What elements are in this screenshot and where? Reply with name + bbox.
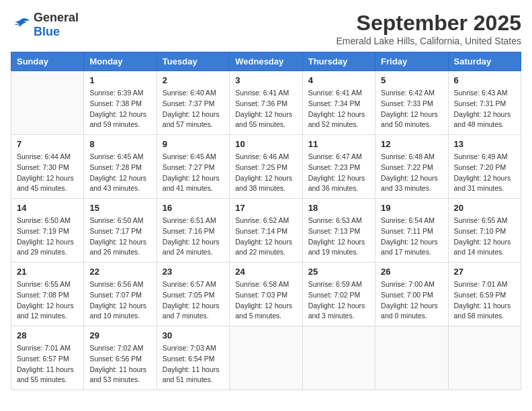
weekday-header-sunday: Sunday xyxy=(11,52,84,71)
logo-icon xyxy=(11,17,31,33)
logo: General Blue xyxy=(11,11,79,39)
calendar-week-row: 14Sunrise: 6:50 AMSunset: 7:19 PMDayligh… xyxy=(11,199,521,263)
calendar-cell: 23Sunrise: 6:57 AMSunset: 7:05 PMDayligh… xyxy=(157,263,229,326)
day-number: 16 xyxy=(163,203,224,213)
calendar-cell: 24Sunrise: 6:58 AMSunset: 7:03 PMDayligh… xyxy=(230,263,302,326)
calendar-cell: 22Sunrise: 6:56 AMSunset: 7:07 PMDayligh… xyxy=(84,263,157,326)
day-number: 19 xyxy=(381,203,442,213)
weekday-header-wednesday: Wednesday xyxy=(230,52,302,71)
day-number: 2 xyxy=(163,75,224,85)
calendar-cell xyxy=(375,326,448,390)
day-info: Sunrise: 6:56 AMSunset: 7:07 PMDaylight:… xyxy=(89,279,150,322)
calendar-cell: 11Sunrise: 6:47 AMSunset: 7:23 PMDayligh… xyxy=(302,135,375,199)
day-info: Sunrise: 6:54 AMSunset: 7:11 PMDaylight:… xyxy=(381,216,442,258)
day-info: Sunrise: 6:47 AMSunset: 7:23 PMDaylight:… xyxy=(308,152,369,194)
calendar-cell: 7Sunrise: 6:44 AMSunset: 7:30 PMDaylight… xyxy=(11,135,84,199)
day-info: Sunrise: 6:59 AMSunset: 7:02 PMDaylight:… xyxy=(308,279,369,322)
calendar-cell: 29Sunrise: 7:02 AMSunset: 6:56 PMDayligh… xyxy=(84,326,157,390)
calendar-cell: 21Sunrise: 6:55 AMSunset: 7:08 PMDayligh… xyxy=(11,263,84,326)
day-number: 11 xyxy=(308,139,369,149)
calendar-cell xyxy=(448,326,521,390)
day-number: 23 xyxy=(163,267,224,277)
calendar-cell: 20Sunrise: 6:55 AMSunset: 7:10 PMDayligh… xyxy=(448,199,521,263)
weekday-header-thursday: Thursday xyxy=(302,52,375,71)
logo-general: General xyxy=(34,11,79,24)
day-number: 29 xyxy=(89,330,150,340)
calendar-cell: 19Sunrise: 6:54 AMSunset: 7:11 PMDayligh… xyxy=(375,199,448,263)
day-info: Sunrise: 6:55 AMSunset: 7:10 PMDaylight:… xyxy=(454,216,515,258)
calendar-cell: 6Sunrise: 6:43 AMSunset: 7:31 PMDaylight… xyxy=(448,71,521,135)
day-info: Sunrise: 6:51 AMSunset: 7:16 PMDaylight:… xyxy=(163,216,224,258)
day-number: 5 xyxy=(381,75,442,85)
day-info: Sunrise: 7:01 AMSunset: 6:59 PMDaylight:… xyxy=(454,279,515,322)
calendar-cell: 14Sunrise: 6:50 AMSunset: 7:19 PMDayligh… xyxy=(11,199,84,263)
day-info: Sunrise: 6:57 AMSunset: 7:05 PMDaylight:… xyxy=(163,279,224,322)
day-number: 3 xyxy=(235,75,296,85)
calendar-cell: 1Sunrise: 6:39 AMSunset: 7:38 PMDaylight… xyxy=(84,71,157,135)
day-info: Sunrise: 6:46 AMSunset: 7:25 PMDaylight:… xyxy=(235,152,296,194)
day-number: 10 xyxy=(235,139,296,149)
day-info: Sunrise: 6:53 AMSunset: 7:13 PMDaylight:… xyxy=(308,216,369,258)
day-info: Sunrise: 6:39 AMSunset: 7:38 PMDaylight:… xyxy=(89,88,150,130)
day-info: Sunrise: 6:48 AMSunset: 7:22 PMDaylight:… xyxy=(381,152,442,194)
day-number: 4 xyxy=(308,75,369,85)
calendar-cell: 26Sunrise: 7:00 AMSunset: 7:00 PMDayligh… xyxy=(375,263,448,326)
day-number: 28 xyxy=(17,330,78,340)
day-info: Sunrise: 7:02 AMSunset: 6:56 PMDaylight:… xyxy=(89,343,150,385)
day-number: 26 xyxy=(381,267,442,277)
calendar-cell: 30Sunrise: 7:03 AMSunset: 6:54 PMDayligh… xyxy=(157,326,229,390)
day-number: 6 xyxy=(454,75,515,85)
calendar-cell: 5Sunrise: 6:42 AMSunset: 7:33 PMDaylight… xyxy=(375,71,448,135)
calendar-cell: 3Sunrise: 6:41 AMSunset: 7:36 PMDaylight… xyxy=(230,71,302,135)
day-info: Sunrise: 6:45 AMSunset: 7:27 PMDaylight:… xyxy=(163,152,224,194)
day-info: Sunrise: 6:42 AMSunset: 7:33 PMDaylight:… xyxy=(381,88,442,130)
day-info: Sunrise: 6:50 AMSunset: 7:19 PMDaylight:… xyxy=(17,216,78,258)
weekday-header-row: SundayMondayTuesdayWednesdayThursdayFrid… xyxy=(11,52,521,71)
day-info: Sunrise: 6:41 AMSunset: 7:34 PMDaylight:… xyxy=(308,88,369,130)
day-number: 1 xyxy=(89,75,150,85)
day-info: Sunrise: 6:55 AMSunset: 7:08 PMDaylight:… xyxy=(17,279,78,322)
calendar-cell: 28Sunrise: 7:01 AMSunset: 6:57 PMDayligh… xyxy=(11,326,84,390)
day-number: 15 xyxy=(89,203,150,213)
day-number: 13 xyxy=(454,139,515,149)
location-subtitle: Emerald Lake Hills, California, United S… xyxy=(337,36,521,46)
calendar-cell: 12Sunrise: 6:48 AMSunset: 7:22 PMDayligh… xyxy=(375,135,448,199)
title-section: September 2025 Emerald Lake Hills, Calif… xyxy=(337,11,521,46)
calendar-cell: 13Sunrise: 6:49 AMSunset: 7:20 PMDayligh… xyxy=(448,135,521,199)
day-info: Sunrise: 6:45 AMSunset: 7:28 PMDaylight:… xyxy=(89,152,150,194)
calendar-cell: 18Sunrise: 6:53 AMSunset: 7:13 PMDayligh… xyxy=(302,199,375,263)
day-number: 14 xyxy=(17,203,78,213)
day-info: Sunrise: 6:44 AMSunset: 7:30 PMDaylight:… xyxy=(17,152,78,194)
day-number: 30 xyxy=(163,330,224,340)
day-number: 27 xyxy=(454,267,515,277)
calendar-week-row: 28Sunrise: 7:01 AMSunset: 6:57 PMDayligh… xyxy=(11,326,521,390)
day-info: Sunrise: 6:49 AMSunset: 7:20 PMDaylight:… xyxy=(454,152,515,194)
day-info: Sunrise: 6:41 AMSunset: 7:36 PMDaylight:… xyxy=(235,88,296,130)
day-info: Sunrise: 6:58 AMSunset: 7:03 PMDaylight:… xyxy=(235,279,296,322)
logo-blue: Blue xyxy=(34,25,60,38)
calendar-cell: 4Sunrise: 6:41 AMSunset: 7:34 PMDaylight… xyxy=(302,71,375,135)
day-number: 21 xyxy=(17,267,78,277)
calendar-cell: 2Sunrise: 6:40 AMSunset: 7:37 PMDaylight… xyxy=(157,71,229,135)
day-info: Sunrise: 6:43 AMSunset: 7:31 PMDaylight:… xyxy=(454,88,515,130)
calendar-cell: 16Sunrise: 6:51 AMSunset: 7:16 PMDayligh… xyxy=(157,199,229,263)
day-info: Sunrise: 7:03 AMSunset: 6:54 PMDaylight:… xyxy=(163,343,224,385)
calendar-cell: 9Sunrise: 6:45 AMSunset: 7:27 PMDaylight… xyxy=(157,135,229,199)
day-number: 20 xyxy=(454,203,515,213)
logo-text: General Blue xyxy=(34,11,79,39)
weekday-header-saturday: Saturday xyxy=(448,52,521,71)
day-number: 9 xyxy=(163,139,224,149)
day-number: 17 xyxy=(235,203,296,213)
weekday-header-friday: Friday xyxy=(375,52,448,71)
calendar-week-row: 7Sunrise: 6:44 AMSunset: 7:30 PMDaylight… xyxy=(11,135,521,199)
calendar-table: SundayMondayTuesdayWednesdayThursdayFrid… xyxy=(11,52,521,390)
calendar-week-row: 1Sunrise: 6:39 AMSunset: 7:38 PMDaylight… xyxy=(11,71,521,135)
month-title: September 2025 xyxy=(337,11,521,36)
day-number: 12 xyxy=(381,139,442,149)
calendar-cell: 25Sunrise: 6:59 AMSunset: 7:02 PMDayligh… xyxy=(302,263,375,326)
day-info: Sunrise: 7:01 AMSunset: 6:57 PMDaylight:… xyxy=(17,343,78,385)
day-number: 22 xyxy=(89,267,150,277)
weekday-header-tuesday: Tuesday xyxy=(157,52,229,71)
day-info: Sunrise: 6:40 AMSunset: 7:37 PMDaylight:… xyxy=(163,88,224,130)
day-info: Sunrise: 7:00 AMSunset: 7:00 PMDaylight:… xyxy=(381,279,442,322)
